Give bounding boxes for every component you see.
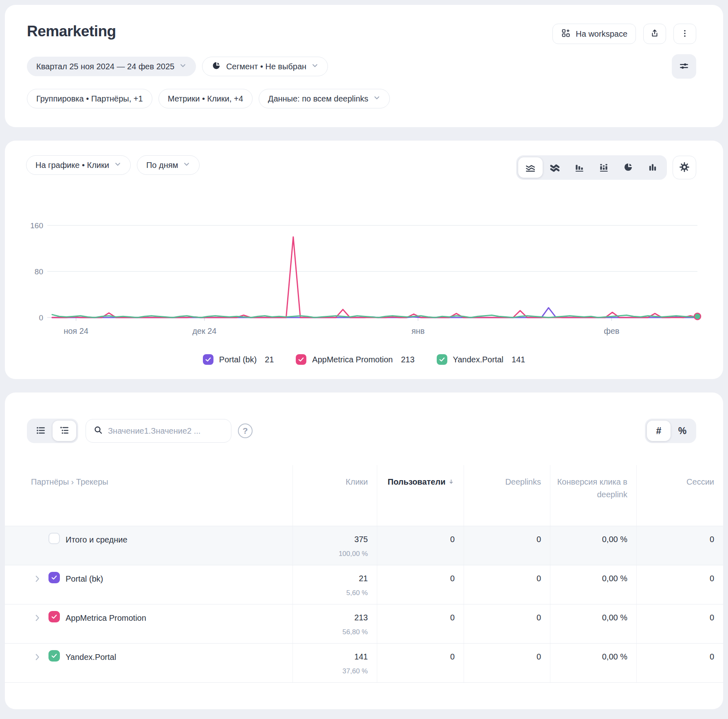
- chart-settings-button[interactable]: [673, 156, 696, 179]
- users-cell: 0: [377, 526, 464, 565]
- percent-glyph: %: [678, 426, 686, 437]
- chart-type-pie-button[interactable]: [616, 157, 640, 178]
- expand-chevron-icon[interactable]: [33, 573, 43, 584]
- cell-value: 0: [450, 652, 455, 661]
- more-menu-button[interactable]: [673, 24, 696, 44]
- column-header-deeplinks[interactable]: Deeplinks: [464, 465, 550, 526]
- page-title: Remarketing: [27, 23, 116, 40]
- help-glyph: ?: [243, 426, 248, 436]
- legend-value: 21: [265, 355, 274, 364]
- stacked-area-icon: [550, 162, 560, 174]
- metrics-chip[interactable]: Метрики • Клики, +4: [158, 89, 253, 108]
- row-checkbox-checked[interactable]: [48, 650, 60, 662]
- segment-chip[interactable]: Сегмент • Не выбран: [202, 57, 328, 76]
- x-axis-tick-label: ноя 24: [64, 326, 88, 335]
- period-chip-label: Квартал 25 ноя 2024 — 24 фев 2025: [36, 62, 174, 71]
- row-name: Portal (bk): [66, 572, 103, 584]
- table-body: Итого и средние375100,00 %000,00 %0Porta…: [5, 526, 723, 683]
- table-header-row: Партнёры › Трекеры Клики Пользователи De…: [5, 465, 723, 526]
- row-checkbox-checked[interactable]: [48, 611, 60, 622]
- page: Remarketing На workspace: [0, 0, 728, 719]
- data-scope-chip-label: Данные: по всем deeplinks: [268, 94, 368, 104]
- cell-percent: 56,80 %: [293, 626, 368, 638]
- cell-value: 141: [354, 652, 368, 661]
- clicks-cell: 21356,80 %: [293, 604, 377, 643]
- report-header-card: Remarketing На workspace: [5, 5, 723, 127]
- column-header-conversion[interactable]: Конверсия клика в deeplink: [550, 465, 636, 526]
- chart-granularity-select[interactable]: По дням: [137, 155, 200, 175]
- metrics-chip-label: Метрики • Клики, +4: [168, 94, 243, 104]
- search-input[interactable]: [108, 426, 224, 436]
- row-name: Yandex.Portal: [66, 650, 116, 663]
- legend-checkbox-checked[interactable]: [296, 354, 306, 365]
- deeplinks-cell: 0: [464, 526, 550, 565]
- column-header-users[interactable]: Пользователи: [377, 465, 464, 526]
- chevron-down-icon: [183, 161, 190, 170]
- line-chart-icon: [525, 162, 536, 174]
- chart-type-segmented-control: [516, 155, 667, 180]
- column-header-users-label: Пользователи: [388, 477, 446, 486]
- legend-checkbox-checked[interactable]: [203, 354, 213, 365]
- table-search: [86, 419, 231, 443]
- table-row[interactable]: Yandex.Portal14137,60 %000,00 %0: [5, 644, 723, 683]
- legend-item[interactable]: Portal (bk)21: [203, 354, 274, 365]
- row-name: Итого и средние: [66, 533, 128, 545]
- share-icon: [650, 29, 660, 40]
- help-icon[interactable]: ?: [238, 423, 253, 438]
- series-line-appmetrica-promotion: [52, 237, 697, 318]
- legend-label: Portal (bk): [219, 355, 257, 364]
- chevron-down-icon: [373, 94, 380, 104]
- table-row[interactable]: Итого и средние375100,00 %000,00 %0: [5, 526, 723, 565]
- absolute-values-button[interactable]: #: [647, 421, 671, 441]
- chevron-spacer: [33, 534, 43, 545]
- legend-item[interactable]: AppMetrica Promotion213: [296, 354, 414, 365]
- chevron-down-icon: [179, 62, 187, 71]
- workspace-grid-plus-icon: [561, 28, 571, 40]
- table-card: ? # % Партнёры › Трекеры Клики Пользоват…: [5, 393, 723, 709]
- clicks-cell: 215,60 %: [293, 565, 377, 604]
- expand-chevron-icon[interactable]: [33, 651, 43, 663]
- period-chip[interactable]: Квартал 25 ноя 2024 — 24 фев 2025: [27, 57, 196, 76]
- sessions-cell: 0: [636, 526, 723, 565]
- chevron-down-icon: [311, 62, 319, 71]
- clicks-cell: 375100,00 %: [293, 526, 377, 565]
- chart-type-line-button[interactable]: [518, 157, 543, 178]
- data-scope-chip[interactable]: Данные: по всем deeplinks: [259, 89, 390, 108]
- column-header-clicks[interactable]: Клики: [293, 465, 377, 526]
- cell-value: 0: [710, 574, 714, 583]
- deeplinks-cell: 0: [464, 604, 550, 643]
- chart-metric-select[interactable]: На графике • Клики: [26, 155, 131, 175]
- sliders-icon: [679, 61, 689, 73]
- column-header-sessions[interactable]: Сессии: [636, 465, 723, 526]
- last-point-marker: [694, 313, 701, 320]
- chart-type-stacked-bar-button[interactable]: [592, 157, 616, 178]
- pie-chart-icon: [623, 162, 633, 174]
- users-cell: 0: [377, 565, 464, 604]
- row-checkbox-unchecked[interactable]: [48, 533, 60, 544]
- row-checkbox-checked[interactable]: [48, 572, 60, 583]
- y-axis-tick-label: 0: [39, 313, 43, 322]
- flat-list-view-button[interactable]: [29, 421, 53, 441]
- sessions-cell: 0: [636, 604, 723, 643]
- legend-item[interactable]: Yandex.Portal141: [437, 354, 526, 365]
- filters-settings-button[interactable]: [672, 54, 696, 79]
- table-row[interactable]: Portal (bk)215,60 %000,00 %0: [5, 565, 723, 604]
- table-row[interactable]: AppMetrica Promotion21356,80 %000,00 %0: [5, 604, 723, 644]
- chart-type-histogram-button[interactable]: [640, 157, 665, 178]
- row-name-cell: Yandex.Portal: [5, 644, 293, 682]
- tree-list-view-button[interactable]: [53, 421, 76, 441]
- cell-value: 0: [537, 652, 541, 661]
- chart-type-stacked-area-button[interactable]: [543, 157, 567, 178]
- grouping-chip[interactable]: Группировка • Партнёры, +1: [27, 89, 152, 108]
- chart-type-bar-button[interactable]: [567, 157, 592, 178]
- to-workspace-button[interactable]: На workspace: [552, 24, 636, 44]
- column-header-partners: Партнёры › Трекеры: [5, 465, 293, 526]
- expand-chevron-icon[interactable]: [33, 612, 43, 624]
- conversion-cell: 0,00 %: [550, 565, 636, 604]
- sessions-cell: 0: [636, 644, 723, 682]
- x-axis-tick-label: фев: [604, 326, 619, 335]
- percent-values-button[interactable]: %: [671, 421, 694, 441]
- share-button[interactable]: [643, 24, 666, 44]
- chart-controls: На графике • Клики По дням: [26, 155, 200, 175]
- legend-checkbox-checked[interactable]: [437, 354, 447, 365]
